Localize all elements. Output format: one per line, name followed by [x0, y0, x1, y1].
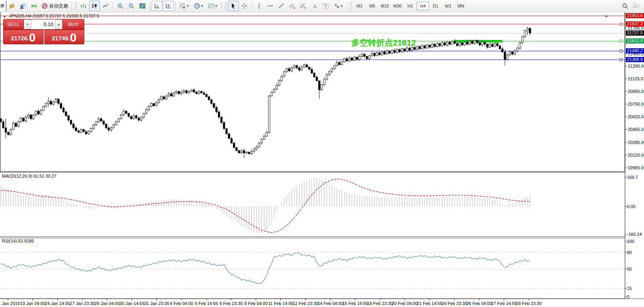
indicators-icon	[180, 3, 186, 9]
candlestick-chart-button[interactable]	[89, 1, 100, 11]
time-axis-label: 15 Feb 14:55	[342, 301, 368, 306]
volume-decrease-button[interactable]: ▼	[24, 19, 31, 29]
price-axis-tick: 20120.0	[628, 153, 644, 157]
buy-price-display[interactable]: 21749.0	[44, 30, 85, 44]
autotrading-icon	[42, 3, 48, 9]
time-axis-label: 14 Feb 04:00	[318, 301, 343, 306]
new-order-button[interactable]: 单	[0, 1, 6, 11]
rsi-axis-tick: 15	[627, 286, 632, 291]
sell-price-last-digit: 0	[29, 32, 36, 44]
line-chart-button[interactable]	[100, 1, 111, 11]
sell-price-display[interactable]: 21726.0	[3, 30, 44, 44]
level-price-tag[interactable]: 21480.2	[626, 48, 644, 53]
time-axis-label: 21 Jan 2019	[0, 301, 20, 306]
chart-plot-area[interactable]	[0, 12, 644, 307]
timeframe-mn[interactable]: MN	[455, 2, 467, 10]
chat-icon	[633, 3, 640, 9]
scroll-up-icon[interactable]: ▲	[604, 13, 608, 18]
text-button[interactable]: A	[309, 1, 320, 11]
zoom-in-icon	[117, 3, 123, 9]
time-axis-label: 12 Feb 23:30	[293, 301, 318, 306]
arrows-button[interactable]: ▼	[331, 1, 345, 11]
macd-indicator-label: MACD(12,26,9) 61.51 30.27	[2, 174, 57, 178]
price-axis-tick: 20790.0	[628, 102, 644, 106]
time-axis-label: 11 Feb 14:55	[268, 301, 294, 306]
volume-box: ▼ ▲	[24, 19, 63, 30]
periods-icon	[194, 3, 200, 9]
tile-windows-button[interactable]	[137, 1, 148, 11]
autotrading-button[interactable]: 自动交易	[40, 1, 70, 11]
timeframe-h4[interactable]: H4	[417, 2, 429, 10]
buy-price-main: 21749.	[52, 33, 70, 44]
templates-button[interactable]: ▼	[206, 1, 220, 11]
trendline-icon	[278, 3, 284, 9]
price-axis-tick: 21290.0	[628, 64, 644, 68]
time-axis-label: 27 Feb 14:55	[491, 301, 517, 306]
market-button[interactable]	[6, 1, 17, 11]
buy-button[interactable]: BUY	[63, 19, 84, 30]
zoom-out-icon	[128, 3, 134, 9]
indicators-button[interactable]: ▼	[177, 1, 191, 11]
pivot-annotation: 多空转折点21612	[351, 37, 416, 48]
toolbar-separator	[252, 2, 252, 10]
rsi-indicator-label: RSI(14) 63.9185	[2, 239, 34, 243]
horizontal-line-icon	[267, 3, 273, 9]
chart-shift-icon	[165, 3, 171, 9]
timeframe-m5[interactable]: M5	[366, 2, 379, 10]
community-button[interactable]	[17, 1, 28, 11]
vertical-line-button[interactable]	[254, 1, 265, 11]
text-icon: A	[311, 3, 318, 9]
auto-scroll-icon	[154, 3, 160, 9]
timeframe-w1[interactable]: W1	[442, 2, 455, 10]
cursor-button[interactable]	[228, 1, 239, 11]
text-label-button[interactable]: T	[320, 1, 331, 11]
level-price-tag[interactable]: 21953.8	[626, 13, 644, 18]
search-button[interactable]	[619, 1, 631, 11]
price-axis-tick: 20285.0	[628, 140, 644, 145]
signals-icon	[31, 3, 37, 9]
level-price-tag[interactable]: 21368.9	[626, 57, 644, 62]
time-axis-label: 6 Feb 23:30	[220, 301, 243, 306]
price-axis-tick: 20620.0	[628, 114, 644, 119]
toolbar-separator	[222, 2, 222, 10]
toolbar-grip	[75, 2, 77, 10]
level-price-tag[interactable]: 21612.0	[626, 38, 644, 44]
sell-button[interactable]: SELL	[3, 19, 24, 30]
trendline-button[interactable]	[276, 1, 287, 11]
sell-price-main: 21726.	[11, 33, 29, 44]
zoom-in-button[interactable]	[115, 1, 126, 11]
zoom-out-button[interactable]	[126, 1, 137, 11]
chat-button[interactable]	[631, 1, 642, 11]
periods-button[interactable]: ▼	[191, 1, 206, 11]
chart-shift-button[interactable]	[163, 1, 174, 11]
toolbar-grip	[225, 2, 227, 10]
timeframe-h1[interactable]: H1	[404, 2, 417, 10]
chevron-down-icon: ▼	[186, 4, 189, 8]
bar-chart-button[interactable]	[78, 1, 89, 11]
timeframe-m1[interactable]: M1	[353, 2, 366, 10]
level-price-tag[interactable]: 21837.3	[626, 21, 644, 27]
time-axis-label: 20 Feb 04:00	[392, 301, 418, 306]
horizontal-line-button[interactable]	[265, 1, 276, 11]
chevron-down-icon: ▼	[215, 4, 218, 8]
volume-increase-button[interactable]: ▲	[55, 19, 63, 29]
volume-input[interactable]	[31, 19, 55, 29]
signals-button[interactable]	[28, 1, 40, 11]
timeframe-m15[interactable]: M15	[379, 2, 391, 10]
time-axis-label: 24 Feb 23:30	[441, 301, 467, 306]
chart-window[interactable]: ▲ JPN225,H4 21697.5 21737.5 21692.5 2172…	[0, 12, 644, 307]
market-icon	[9, 3, 15, 9]
time-axis-label: 26 Feb 04:00	[466, 301, 492, 306]
price-axis-tick: 21125.0	[628, 76, 643, 81]
bar-chart-icon	[80, 3, 87, 9]
fibonacci-icon: F	[300, 3, 307, 9]
timeframe-d1[interactable]: D1	[429, 2, 442, 10]
toolbar-separator	[175, 2, 176, 10]
equidistant-channel-button[interactable]: E	[287, 1, 298, 11]
time-axis-label: 18 Feb 23:30	[367, 301, 393, 306]
auto-scroll-button[interactable]	[152, 1, 163, 11]
crosshair-button[interactable]	[239, 1, 250, 11]
fibonacci-button[interactable]: F	[298, 1, 309, 11]
timeframe-m30[interactable]: M30	[391, 2, 404, 10]
rsi-axis-tick: 50	[627, 267, 632, 271]
